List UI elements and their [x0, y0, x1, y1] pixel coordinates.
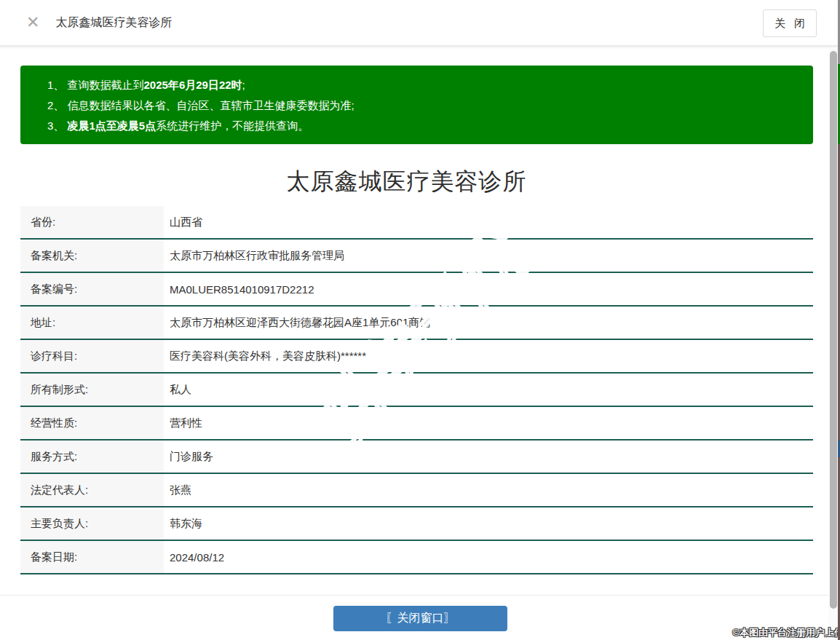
table-row: 省份:山西省 [20, 206, 813, 240]
field-value: 医疗美容科(美容外科，美容皮肤科)****** [164, 340, 813, 372]
notice-line: 3、 凌晨1点至凌晨5点系统进行维护，不能提供查询。 [47, 116, 799, 136]
table-row: 法定代表人:张燕 [20, 474, 813, 507]
table-row: 经营性质:营利性 [20, 407, 813, 441]
field-value: 山西省 [164, 206, 813, 238]
close-button[interactable]: 关 闭 [763, 9, 817, 37]
modal-content: 1、 查询数据截止到2025年6月29日22时;2、 信息数据结果以各省、自治区… [0, 48, 840, 640]
field-value: MA0LUER8514010917D2212 [164, 273, 813, 305]
table-row: 主要负责人:韩东海 [20, 507, 813, 541]
field-value: 张燕 [164, 474, 813, 506]
field-value: 太原市万柏林区迎泽西大街德馨花园A座1单元601商铺 [164, 307, 813, 339]
table-row: 备案日期:2024/08/12 [20, 541, 813, 574]
field-value: 韩东海 [164, 507, 813, 540]
notice-line: 1、 查询数据截止到2025年6月29日22时; [47, 75, 799, 95]
close-window-button[interactable]: 〖关闭窗口〗 [333, 606, 507, 631]
info-table: 省份:山西省备案机关:太原市万柏林区行政审批服务管理局备案编号:MA0LUER8… [20, 206, 813, 574]
table-row: 诊疗科目:医疗美容科(美容外科，美容皮肤科)****** [20, 340, 813, 374]
field-label: 省份: [20, 206, 164, 238]
field-label: 备案日期: [20, 541, 164, 573]
field-label: 地址: [20, 307, 164, 339]
field-label: 服务方式: [20, 441, 164, 473]
field-label: 法定代表人: [20, 474, 164, 506]
page-title: 太原鑫城医疗美容诊所 [0, 166, 813, 198]
field-value: 2024/08/12 [164, 541, 813, 573]
notice-banner: 1、 查询数据截止到2025年6月29日22时;2、 信息数据结果以各省、自治区… [20, 66, 813, 144]
field-value: 私人 [164, 374, 813, 406]
footer-divider [0, 595, 840, 596]
modal-title: 太原鑫城医疗美容诊所 [55, 15, 172, 31]
scrollbar-thumb[interactable] [830, 51, 837, 609]
table-row: 备案机关:太原市万柏林区行政审批服务管理局 [20, 240, 813, 273]
field-label: 备案机关: [20, 240, 164, 272]
field-value: 太原市万柏林区行政审批服务管理局 [164, 240, 813, 272]
field-label: 主要负责人: [20, 507, 164, 540]
field-value: 门诊服务 [164, 441, 813, 473]
table-row: 所有制形式:私人 [20, 374, 813, 407]
table-row: 地址:太原市万柏林区迎泽西大街德馨花园A座1单元601商铺 [20, 307, 813, 340]
table-row: 备案编号:MA0LUER8514010917D2212 [20, 273, 813, 307]
table-row: 服务方式:门诊服务 [20, 441, 813, 474]
field-value: 营利性 [164, 407, 813, 439]
modal-header: ✕ 太原鑫城医疗美容诊所 关 闭 [0, 0, 840, 47]
notice-list: 1、 查询数据截止到2025年6月29日22时;2、 信息数据结果以各省、自治区… [47, 75, 799, 136]
field-label: 备案编号: [20, 273, 164, 305]
field-label: 所有制形式: [20, 374, 164, 406]
field-label: 经营性质: [20, 407, 164, 439]
notice-line: 2、 信息数据结果以各省、自治区、直辖市卫生健康委数据为准; [47, 95, 799, 116]
field-label: 诊疗科目: [20, 340, 164, 372]
close-icon[interactable]: ✕ [26, 15, 39, 31]
scrollbar-track[interactable] [828, 48, 838, 640]
upload-stamp: ©本图由平台注册用户上传 [732, 626, 840, 639]
